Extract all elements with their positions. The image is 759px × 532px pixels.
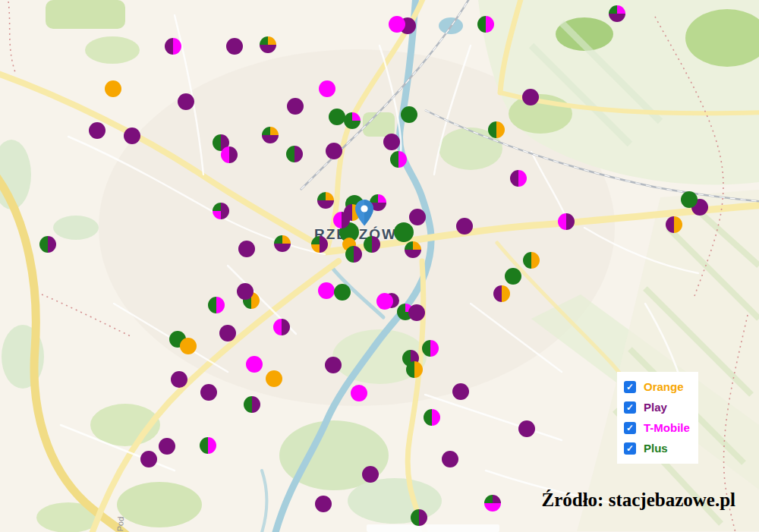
legend-label-plus: Plus [644,442,668,455]
station-dot[interactable] [405,241,421,258]
legend-label-tmobile: T-Mobile [644,421,690,434]
station-dot[interactable] [394,222,414,242]
legend-checkbox-tmobile[interactable]: ✓ [624,422,636,434]
station-dot[interactable] [408,304,425,321]
station-dot[interactable] [159,438,175,455]
station-dot[interactable] [484,495,501,512]
station-dot[interactable] [226,38,243,55]
station-dot[interactable] [452,383,469,400]
station-dot[interactable] [376,293,393,310]
station-dot[interactable] [344,112,361,129]
legend-item-play[interactable]: ✓Play [624,397,698,417]
station-dot[interactable] [406,361,423,378]
station-dot[interactable] [200,437,216,454]
station-dot[interactable] [442,451,458,467]
station-dot[interactable] [424,409,440,426]
station-dot[interactable] [411,509,427,526]
station-dot[interactable] [266,370,282,387]
station-dot[interactable] [262,127,279,143]
station-dot[interactable] [362,466,379,483]
station-dot[interactable] [456,218,473,235]
station-dot[interactable] [260,36,276,53]
station-dot[interactable] [334,284,351,301]
station-dot[interactable] [165,38,181,55]
station-dot[interactable] [364,236,380,253]
legend-panel: ✓Orange✓Play✓T-Mobile✓Plus [617,372,698,464]
station-dot[interactable] [213,203,229,219]
station-dot[interactable] [383,134,400,150]
station-dot[interactable] [522,89,539,105]
station-dot[interactable] [238,241,255,257]
station-dot[interactable] [200,384,217,401]
station-dot[interactable] [409,209,426,225]
station-dot[interactable] [493,285,510,302]
station-dot[interactable] [329,109,345,125]
station-dot[interactable] [317,192,334,209]
station-dot[interactable] [390,151,407,168]
station-dot[interactable] [666,216,682,233]
station-dot[interactable] [389,16,405,33]
station-dot[interactable] [558,213,575,230]
station-dot[interactable] [178,93,194,110]
station-dot[interactable] [333,212,350,228]
station-dot[interactable] [488,121,505,138]
station-dot[interactable] [523,252,540,269]
station-dot[interactable] [124,127,140,144]
station-dot[interactable] [105,80,121,97]
station-dot[interactable] [171,371,187,388]
station-dot[interactable] [319,80,335,97]
station-dot[interactable] [422,340,439,357]
legend-item-orange[interactable]: ✓Orange [624,376,698,397]
legend-item-tmobile[interactable]: ✓T-Mobile [624,417,698,438]
station-dot[interactable] [221,146,238,163]
city-pin-icon[interactable] [355,200,373,226]
station-dot[interactable] [39,236,56,253]
legend-rows: ✓Orange✓Play✓T-Mobile✓Plus [624,376,698,458]
station-dot[interactable] [274,235,291,252]
station-dot[interactable] [401,106,417,123]
station-dot[interactable] [89,122,106,139]
legend-label-orange: Orange [644,380,684,393]
map-canvas: RZESZÓW Pod ✓Orange✓Play✓T-Mobile✓Plus Ź… [0,0,759,532]
station-dot[interactable] [273,319,290,335]
source-attribution: Źródło: stacjebazowe.pl [541,490,735,511]
station-dot[interactable] [518,420,535,437]
station-dot[interactable] [315,496,332,512]
station-dot[interactable] [237,283,254,300]
station-dot[interactable] [208,297,225,313]
station-dot[interactable] [510,170,527,187]
station-dot[interactable] [477,16,494,33]
station-dot[interactable] [219,325,236,342]
station-dot[interactable] [246,356,263,373]
station-dot[interactable] [345,246,362,263]
station-dot[interactable] [326,143,342,159]
station-dot[interactable] [351,385,367,401]
legend-item-plus[interactable]: ✓Plus [624,438,698,458]
station-dot[interactable] [609,5,625,22]
station-dot[interactable] [325,357,342,373]
legend-checkbox-plus[interactable]: ✓ [624,442,636,455]
station-dot[interactable] [140,451,157,467]
station-dot[interactable] [318,282,335,299]
legend-checkbox-play[interactable]: ✓ [624,401,636,414]
legend-checkbox-orange[interactable]: ✓ [624,381,636,393]
station-dot[interactable] [311,236,328,253]
station-dot[interactable] [244,396,260,413]
station-dot[interactable] [287,98,304,115]
station-dot[interactable] [180,338,197,354]
station-dot[interactable] [505,268,521,285]
station-dot[interactable] [286,146,303,162]
legend-label-play: Play [644,401,667,414]
station-dot[interactable] [681,191,698,208]
